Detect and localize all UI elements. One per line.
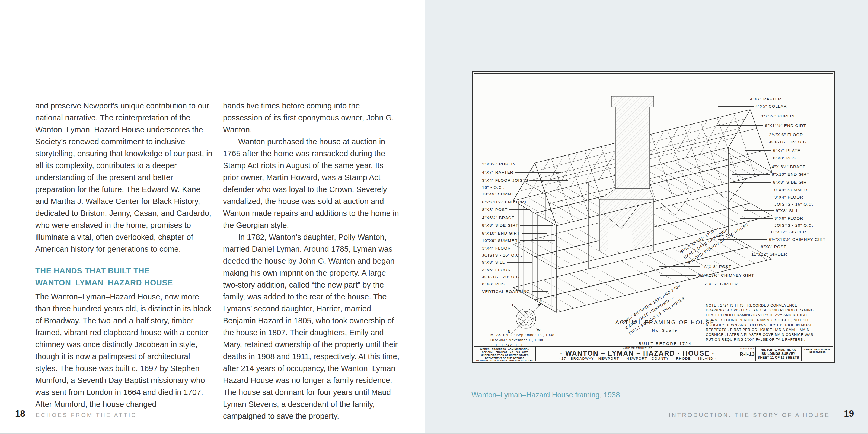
- leader-line: [529, 202, 555, 203]
- leader-line: [737, 166, 770, 167]
- page-number-right: 19: [844, 408, 854, 419]
- leader-line: [520, 194, 552, 194]
- leader-line: [731, 182, 771, 183]
- leader-line: [516, 172, 561, 173]
- framing-label: 3"X4" FLOOR JOISTS - 16" O.C.: [774, 194, 813, 208]
- leader-line: [717, 254, 749, 254]
- leader-line: [509, 209, 530, 210]
- body-paragraph: In 1782, Wanton’s daughter, Polly Wanton…: [223, 231, 401, 422]
- framing-label: 6½"X13½" CHIMNEY GIRT: [769, 236, 826, 243]
- leader-line: [507, 262, 532, 262]
- framing-label: 10"X9" SUMMER: [482, 190, 518, 197]
- survey-number-cell: SURVEY NO. R-I-13: [739, 347, 755, 361]
- text-column-1: and preserve Newport’s unique contributi…: [35, 100, 213, 410]
- leader-line: [524, 248, 568, 248]
- compass-letter: W: [537, 328, 540, 332]
- leader-line: [660, 275, 696, 276]
- leader-line: [718, 106, 753, 106]
- text-column-2: hands five times before coming into the …: [223, 100, 401, 422]
- leader-line: [717, 125, 763, 126]
- leader-line: [522, 233, 547, 234]
- measured-drawn-block: MEASURED : September 13 , 1938 DRAWN : N…: [490, 332, 554, 348]
- framing-label: 3"X6" FLOOR JOISTS - 20" O.C .: [482, 267, 522, 280]
- leader-line: [732, 174, 770, 175]
- leader-line: [659, 267, 700, 267]
- framing-label: 6"X11½" END GIRT: [765, 122, 806, 129]
- framing-label: 2½"X 6" FLOOR JOISTS - 15" O.C.: [769, 131, 808, 145]
- leader-line: [524, 270, 565, 270]
- leader-line: [726, 190, 770, 190]
- note-block: NOTE : 1724 IS FIRST RECORDED CONVEYENCE…: [706, 303, 834, 342]
- framing-label: 3"X4" FLOOR JOISTS 16" - O.C .: [482, 177, 528, 191]
- leader-line: [718, 247, 759, 247]
- wpa-cell: · WORKS · PROGRESS · ADMINISTRATION · · …: [474, 347, 535, 361]
- framing-label: 9"X8" SILL: [776, 207, 799, 214]
- framing-label: 10"X9" SUMMER: [482, 237, 518, 244]
- framing-label: 4"X7" RAFTER: [750, 95, 781, 102]
- leader-line: [707, 99, 748, 99]
- leader-line: [724, 134, 767, 135]
- leader-line: [520, 225, 553, 226]
- habs-cell: HISTORIC AMERICAN BUILDINGS SURVEY SHEET…: [755, 347, 801, 361]
- compass-letter: E: [512, 303, 515, 307]
- framing-label: 11"X12" GIRDER: [770, 228, 806, 236]
- structure-name-cell: NAME OF STRUCTURE · WANTON – LYMAN – HAZ…: [535, 347, 739, 361]
- framing-label: 6½"X11½" END GIRT: [482, 198, 527, 206]
- framing-label: 8"X8" SIDE GIRT: [482, 222, 518, 229]
- period-annotation: BUILT AFTER 1700 — EXACT DATE UNKNOWN . …: [679, 209, 752, 266]
- figure-caption: Wanton–Lyman–Hazard House framing, 1938.: [471, 391, 622, 399]
- framing-label: 4"X6½" BRACE: [482, 214, 515, 221]
- leader-line: [520, 240, 555, 241]
- framing-label: 8"X8" POST: [482, 280, 507, 287]
- book-spread: and preserve Newport’s unique contributi…: [0, 0, 868, 434]
- framing-label: 9"X8" SILL: [482, 259, 505, 266]
- leader-line: [518, 164, 572, 164]
- leader-line: [530, 180, 568, 181]
- framing-label: 6"X7" PLATE: [773, 147, 801, 154]
- framing-label: 8"X10" END GIRT: [772, 171, 809, 178]
- framing-label: 3"X6" FLOOR JOISTS - 20" O.C.: [774, 215, 813, 229]
- framing-label: 10"X9" SUMMER: [772, 186, 807, 193]
- title-block: · WORKS · PROGRESS · ADMINISTRATION · · …: [474, 346, 833, 361]
- framing-label: VERTICAL BOARDING: [482, 288, 530, 295]
- framing-label: 8"X8" POST: [761, 243, 786, 250]
- section-heading: THE HANDS THAT BUILT THEWANTON–LYMAN–HAZ…: [35, 265, 213, 289]
- left-page: and preserve Newport’s unique contributi…: [0, 0, 425, 434]
- framing-label: 12"X12" GIRDER: [702, 280, 738, 287]
- framing-label: 11"X12" GIRDER: [751, 251, 787, 258]
- framing-label: 12"X 8" POST: [702, 263, 731, 270]
- leader-line: [517, 218, 533, 218]
- framing-label: 3"X3½" PURLIN: [482, 161, 516, 167]
- body-paragraph: Wanton purchased the house at auction in…: [223, 135, 401, 231]
- leader-line: [751, 158, 771, 158]
- body-paragraph: and preserve Newport’s unique contributi…: [35, 100, 213, 255]
- framing-label: 3"X3½" PURLIN: [761, 113, 795, 120]
- framing-label: 4"X7" RAFTER: [482, 169, 514, 176]
- page-number-left: 18: [15, 408, 25, 419]
- leader-line: [509, 284, 566, 284]
- leader-line: [718, 116, 759, 116]
- leader-line: [532, 291, 548, 292]
- framing-label: 3"X4" FLOOR JOISTS - 16" O.C .: [482, 245, 522, 259]
- leader-line: [735, 197, 773, 197]
- leader-line: [745, 150, 771, 151]
- library-of-congress-cell: LIBRARY OF CONGRESS INDEX NUMBER: [801, 347, 833, 361]
- sheet-annotations: ACTUAL FRAMING OF HOUSE No Scale BUILT B…: [472, 72, 834, 362]
- running-title-right: INTRODUCTION: THE STORY OF A HOUSE: [669, 412, 830, 418]
- running-title-left: ECHOES FROM THE ATTIC: [36, 412, 137, 418]
- framing-label: 8"X8" POST: [773, 155, 799, 162]
- structure-address: · 17 · BROADWAY · NEWPORT · · NEWPORT · …: [536, 357, 739, 361]
- structure-name: · WANTON – LYMAN – HAZARD · HOUSE ·: [536, 350, 739, 357]
- framing-label: 8"X8" POST: [482, 206, 507, 213]
- body-paragraph: hands five times before coming into the …: [223, 100, 401, 135]
- compass-letter: N: [508, 330, 510, 334]
- framing-label: 6½"X13½" CHIMNEY GIRT: [698, 272, 754, 279]
- leader-line: [744, 211, 774, 211]
- compass-letter: S: [539, 299, 542, 303]
- framing-label: 8"X8" SIDE GIRT: [773, 179, 809, 186]
- survey-number: R-I-13: [739, 351, 755, 357]
- framing-label: 8"X10" END GIRT: [482, 230, 520, 237]
- framing-label: 4"X5" COLLAR: [755, 103, 787, 110]
- habs-drawing-sheet: ACTUAL FRAMING OF HOUSE No Scale BUILT B…: [472, 71, 835, 363]
- body-paragraph: The Wanton–Lyman–Hazard House, now more …: [35, 291, 213, 410]
